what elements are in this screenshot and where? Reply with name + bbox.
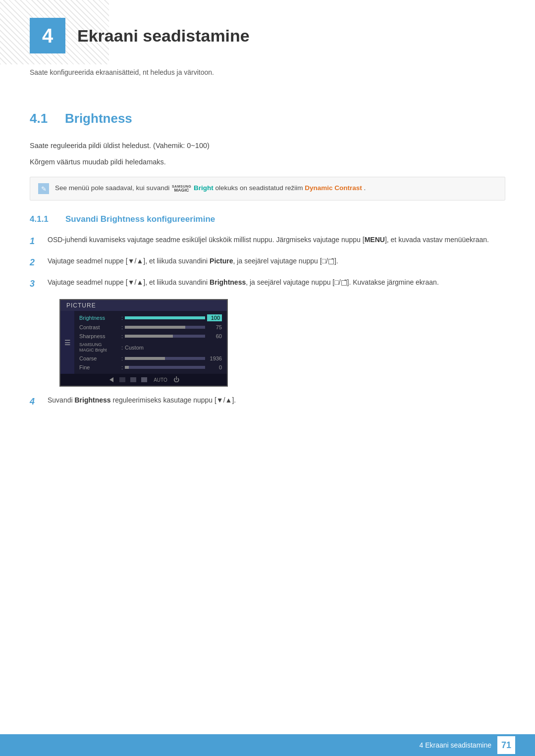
osd-bar-fill-2 — [125, 326, 185, 329]
brightness-bold-step3: Brightness — [210, 278, 246, 286]
osd-screen: PICTURE ☰ Brightness : — [59, 299, 228, 387]
osd-colon-6: : — [121, 364, 123, 370]
step-3: 3 Vajutage seadmel nuppe [▼/▲], et liiku… — [30, 277, 505, 291]
osd-bar-container-5 — [125, 366, 205, 369]
note-icon — [38, 183, 49, 194]
osd-bar-bg-2 — [125, 326, 205, 329]
chapter-title: Ekraani seadistamine — [77, 26, 250, 46]
osd-btn-sq1 — [119, 377, 126, 382]
step-4: 4 Suvandi Brightness reguleerimiseks kas… — [30, 395, 505, 409]
osd-bar-bg-5 — [125, 366, 205, 369]
osd-row-contrast: Contrast : 75 — [74, 323, 227, 332]
section-body-41: Saate reguleerida pildi üldist heledust.… — [30, 140, 505, 409]
note-text: See menüü pole saadaval, kui suvandi SAM… — [55, 183, 366, 193]
osd-label-brightness: Brightness — [79, 315, 121, 321]
menu-bold: MENU — [365, 236, 385, 244]
osd-bar-bg-3 — [125, 335, 205, 338]
osd-sidebar: ☰ — [60, 311, 74, 374]
osd-row-sharpness: Sharpness : 60 — [74, 332, 227, 341]
osd-sq-dark-icon-2 — [130, 377, 136, 382]
magic-line: MAGIC — [174, 188, 189, 193]
step-number-2: 2 — [30, 255, 44, 270]
osd-label-magic-bright: SAMSUNGMAGIC Bright — [79, 342, 121, 353]
osd-bar-container-4 — [125, 357, 205, 360]
footer-text: 4 Ekraani seadistamine 71 — [419, 736, 515, 754]
osd-bar-container-1 — [125, 316, 205, 319]
footer-page-number: 71 — [497, 736, 515, 754]
osd-screenshot: PICTURE ☰ Brightness : — [59, 299, 505, 387]
note-bright-text: Bright — [194, 184, 214, 192]
osd-colon-2: : — [121, 324, 123, 330]
osd-sq-dark-icon-1 — [119, 377, 125, 382]
osd-colon-1: : — [121, 315, 123, 321]
osd-bar-fill-5 — [125, 366, 129, 369]
osd-colon-4: : — [121, 345, 123, 351]
chapter-number: 4 — [42, 25, 53, 47]
section-para2: Kõrgem väärtus muudab pildi heledamaks. — [30, 156, 505, 168]
step-content-1: OSD-juhendi kuvamiseks vajutage seadme e… — [48, 234, 505, 245]
step-content-3: Vajutage seadmel nuppe [▼/▲], et liikuda… — [48, 277, 505, 288]
osd-colon-5: : — [121, 355, 123, 361]
osd-value-fine: 0 — [207, 364, 222, 370]
section-title-41: 4.1 Brightness — [30, 111, 505, 126]
osd-bar-bg-1 — [125, 316, 205, 319]
osd-bar-bg-4 — [125, 357, 205, 360]
chapter-header: 4 Ekraani seadistamine — [0, 0, 535, 63]
step-content-2: Vajutage seadmel nuppe [▼/▲], et liikuda… — [48, 255, 505, 266]
osd-bar-fill-1 — [125, 316, 205, 319]
osd-btn-sq3 — [141, 377, 148, 382]
footer-chapter-ref: 4 Ekraani seadistamine — [419, 741, 491, 749]
osd-footer: AUTO ⏻ — [60, 374, 227, 386]
osd-label-coarse: Coarse — [79, 355, 121, 361]
step-number-3: 3 — [30, 277, 44, 291]
osd-row-magic-bright: SAMSUNGMAGIC Bright : Custom — [74, 341, 227, 354]
osd-btn-left — [108, 377, 115, 382]
steps-list: 1 OSD-juhendi kuvamiseks vajutage seadme… — [30, 234, 505, 291]
osd-row-coarse: Coarse : 1936 — [74, 354, 227, 363]
osd-label-contrast: Contrast — [79, 324, 121, 330]
osd-label-fine: Fine — [79, 364, 121, 370]
step-1: 1 OSD-juhendi kuvamiseks vajutage seadme… — [30, 234, 505, 249]
section-heading-41: Brightness — [65, 111, 132, 126]
osd-power-icon: ⏻ — [173, 376, 179, 383]
note-dynamic-contrast: Dynamic Contrast — [305, 184, 362, 192]
osd-tri-left-icon — [109, 377, 113, 382]
osd-bar-fill-3 — [125, 335, 173, 338]
osd-value-sharpness: 60 — [207, 333, 222, 339]
chapter-subtitle: Saate konfigureerida ekraanisätteid, nt … — [0, 63, 535, 96]
osd-value-contrast: 75 — [207, 324, 222, 330]
samsung-magic-badge: SAMSUNG MAGIC — [172, 185, 191, 193]
step-2: 2 Vajutage seadmel nuppe [▼/▲], et liiku… — [30, 255, 505, 270]
subsection-heading-411: Suvandi Brightness konfigureerimine — [65, 214, 215, 224]
osd-bar-container-2 — [125, 326, 205, 329]
osd-menu-icon: ☰ — [63, 339, 71, 347]
step-number-1: 1 — [30, 234, 44, 249]
step-number-4: 4 — [30, 395, 44, 409]
osd-row-brightness: Brightness : 100 — [74, 313, 227, 323]
osd-colon-3: : — [121, 333, 123, 339]
osd-sq-dark-icon-3 — [141, 377, 147, 382]
osd-body: ☰ Brightness : — [60, 311, 227, 374]
osd-custom-text: Custom — [125, 345, 144, 351]
osd-value-coarse: 1936 — [207, 355, 222, 361]
osd-content: Brightness : 100 — [74, 311, 227, 374]
section-number-41: 4.1 — [30, 111, 57, 126]
section-para1: Saate reguleerida pildi üldist heledust.… — [30, 140, 505, 151]
subsection-title-411: 4.1.1 Suvandi Brightness konfigureerimin… — [30, 214, 505, 224]
picture-bold: Picture — [210, 257, 233, 265]
osd-bar-container-3 — [125, 335, 205, 338]
section-4-1: 4.1 Brightness Saate reguleerida pildi ü… — [0, 111, 535, 409]
osd-header-text: PICTURE — [66, 302, 96, 309]
note-text-before: See menüü pole saadaval, kui suvandi — [55, 184, 171, 192]
osd-auto-text: AUTO — [154, 377, 167, 383]
subsection-number-411: 4.1.1 — [30, 214, 59, 224]
osd-row-fine: Fine : 0 — [74, 363, 227, 372]
osd-btn-sq2 — [130, 377, 137, 382]
osd-label-sharpness: Sharpness — [79, 333, 121, 339]
note-text-middle: olekuks on seadistatud režiim — [215, 184, 305, 192]
osd-bar-fill-4 — [125, 357, 165, 360]
note-box: See menüü pole saadaval, kui suvandi SAM… — [30, 177, 505, 201]
osd-header: PICTURE — [60, 300, 227, 311]
steps-list-4: 4 Suvandi Brightness reguleerimiseks kas… — [30, 395, 505, 409]
page-wrapper: 4 Ekraani seadistamine Saate konfigureer… — [0, 0, 535, 756]
